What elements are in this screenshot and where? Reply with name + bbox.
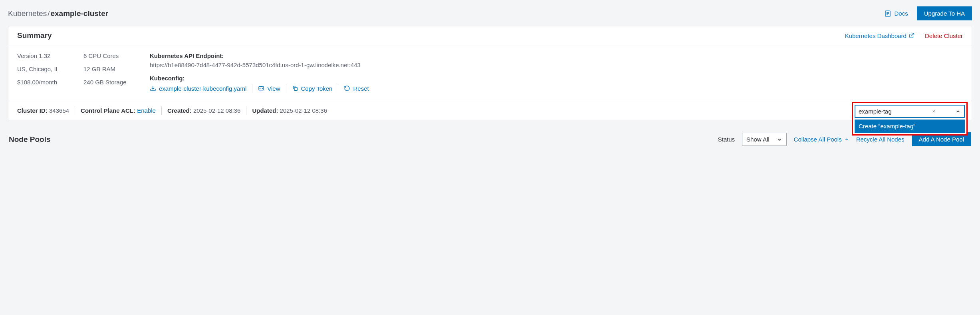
upgrade-ha-button[interactable]: Upgrade To HA bbox=[917, 6, 972, 20]
kubeconfig-view-link[interactable]: View bbox=[252, 85, 286, 92]
copy-label: Copy Token bbox=[301, 85, 333, 92]
api-endpoint-value: https://b1e88490-7d48-4477-942d-5573d501… bbox=[150, 62, 409, 68]
acl-enable-link[interactable]: Enable bbox=[137, 107, 156, 114]
external-link-icon bbox=[909, 33, 915, 38]
svg-rect-7 bbox=[294, 88, 297, 90]
summary-footer: Cluster ID: 343654 Control Plane ACL: En… bbox=[8, 101, 972, 120]
breadcrumb-parent[interactable]: Kubernetes bbox=[8, 9, 47, 18]
tag-input-wrapper[interactable]: ✕ bbox=[855, 105, 965, 118]
summary-col-2: 6 CPU Cores 12 GB RAM 240 GB Storage bbox=[83, 52, 131, 93]
kubeconfig-block: Kubeconfig: example-cluster-kubeconfig.y… bbox=[150, 75, 409, 93]
updated-label: Updated: bbox=[252, 107, 278, 114]
created-value: 2025-02-12 08:36 bbox=[193, 107, 240, 114]
kubeconfig-download-link[interactable]: example-cluster-kubeconfig.yaml bbox=[150, 85, 252, 92]
reset-icon bbox=[344, 85, 350, 92]
collapse-all-pools-link[interactable]: Collapse All Pools bbox=[794, 136, 849, 143]
acl-label: Control Plane ACL: bbox=[81, 107, 135, 114]
summary-title: Summary bbox=[17, 31, 52, 40]
kubeconfig-row: example-cluster-kubeconfig.yaml bbox=[150, 84, 409, 93]
summary-header: Summary Kubernetes Dashboard Delete Clus… bbox=[8, 26, 972, 45]
ram-value: 12 GB RAM bbox=[83, 66, 131, 72]
kubernetes-dashboard-link[interactable]: Kubernetes Dashboard bbox=[845, 32, 915, 39]
breadcrumb-separator: / bbox=[48, 9, 50, 18]
cluster-id-item: Cluster ID: 343654 bbox=[17, 105, 75, 116]
summary-links: Kubernetes Dashboard Delete Cluster bbox=[845, 32, 963, 39]
view-icon bbox=[258, 85, 264, 92]
created-label: Created: bbox=[167, 107, 192, 114]
summary-col-1: Version 1.32 US, Chicago, IL $108.00/mon… bbox=[17, 52, 65, 93]
tag-input[interactable] bbox=[859, 108, 915, 115]
chevron-down-icon bbox=[777, 137, 782, 142]
tag-create-option[interactable]: Create "example-tag" bbox=[855, 120, 965, 133]
price-value: $108.00/month bbox=[17, 79, 65, 86]
kubeconfig-label: Kubeconfig: bbox=[150, 75, 409, 82]
download-icon bbox=[150, 85, 156, 92]
copy-icon bbox=[292, 85, 298, 92]
node-pools-title: Node Pools bbox=[9, 135, 51, 144]
cpu-value: 6 CPU Cores bbox=[83, 52, 131, 59]
view-label: View bbox=[267, 85, 280, 92]
summary-col-3: Kubernetes API Endpoint: https://b1e8849… bbox=[150, 52, 409, 93]
updated-item: Updated: 2025-02-12 08:36 bbox=[246, 105, 333, 116]
summary-body: Version 1.32 US, Chicago, IL $108.00/mon… bbox=[8, 45, 972, 101]
created-item: Created: 2025-02-12 08:36 bbox=[162, 105, 246, 116]
dashboard-link-label: Kubernetes Dashboard bbox=[845, 32, 907, 39]
node-pools-row: Node Pools Status Show All Collapse All … bbox=[8, 132, 972, 146]
acl-item: Control Plane ACL: Enable bbox=[75, 105, 161, 116]
region-value: US, Chicago, IL bbox=[17, 66, 65, 72]
cluster-id-label: Cluster ID: bbox=[17, 107, 48, 114]
chevron-up-icon[interactable] bbox=[955, 109, 961, 114]
updated-value: 2025-02-12 08:36 bbox=[280, 107, 327, 114]
chevron-up-icon bbox=[844, 137, 849, 142]
summary-card: Summary Kubernetes Dashboard Delete Clus… bbox=[8, 26, 972, 120]
api-endpoint-label: Kubernetes API Endpoint: bbox=[150, 52, 409, 59]
version-value: Version 1.32 bbox=[17, 52, 65, 59]
status-select-value: Show All bbox=[746, 136, 770, 143]
docs-label: Docs bbox=[895, 10, 908, 17]
docs-link[interactable]: Docs bbox=[884, 10, 908, 17]
delete-cluster-link[interactable]: Delete Cluster bbox=[925, 32, 963, 39]
cluster-id-number: 343654 bbox=[49, 107, 69, 114]
tag-clear-icon[interactable]: ✕ bbox=[932, 109, 935, 114]
recycle-all-nodes-link[interactable]: Recycle All Nodes bbox=[856, 136, 905, 143]
docs-icon bbox=[884, 10, 891, 17]
status-select[interactable]: Show All bbox=[742, 133, 787, 146]
reset-label: Reset bbox=[353, 85, 369, 92]
api-endpoint-block: Kubernetes API Endpoint: https://b1e8849… bbox=[150, 52, 409, 68]
tag-dropdown: ✕ Create "example-tag" bbox=[852, 102, 968, 136]
breadcrumb: Kubernetes / example-cluster bbox=[8, 9, 108, 18]
breadcrumb-row: Kubernetes / example-cluster Docs Upgrad… bbox=[8, 6, 972, 20]
reset-link[interactable]: Reset bbox=[338, 85, 374, 92]
top-actions: Docs Upgrade To HA bbox=[884, 6, 972, 20]
breadcrumb-current: example-cluster bbox=[50, 9, 108, 18]
copy-token-link[interactable]: Copy Token bbox=[286, 85, 338, 92]
svg-line-4 bbox=[911, 34, 914, 36]
kubeconfig-filename: example-cluster-kubeconfig.yaml bbox=[159, 85, 246, 92]
status-label: Status bbox=[718, 136, 735, 143]
storage-value: 240 GB Storage bbox=[83, 79, 131, 86]
collapse-label: Collapse All Pools bbox=[794, 136, 842, 143]
